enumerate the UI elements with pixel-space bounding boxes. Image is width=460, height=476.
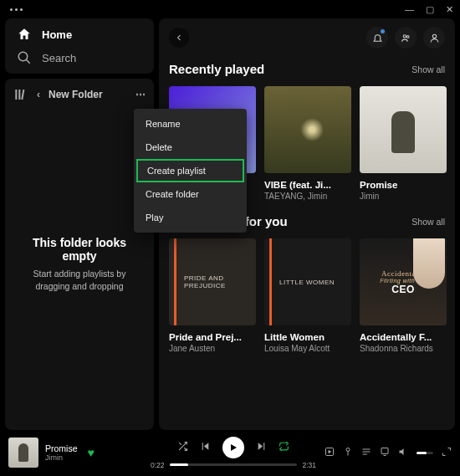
volume-bar[interactable] bbox=[417, 452, 433, 454]
svg-marker-22 bbox=[400, 448, 404, 455]
empty-subtitle: Start adding playlists by dragging and d… bbox=[18, 268, 141, 292]
card-pride[interactable]: PRIDE AND PREJUDICE Pride and Prej... Ja… bbox=[169, 238, 256, 353]
friends-button[interactable] bbox=[395, 27, 417, 49]
ctx-create-playlist[interactable]: Create playlist bbox=[136, 159, 244, 182]
fullscreen-button[interactable] bbox=[442, 447, 452, 458]
time-elapsed: 0:22 bbox=[151, 461, 165, 469]
lyrics-button[interactable] bbox=[343, 447, 353, 458]
cover-promise bbox=[360, 86, 447, 173]
now-playing-cover[interactable] bbox=[8, 438, 38, 468]
section-recent-showall[interactable]: Show all bbox=[411, 64, 445, 74]
progress-bar[interactable] bbox=[170, 463, 298, 466]
now-playing-title[interactable]: Promise bbox=[45, 443, 78, 453]
library-icon[interactable] bbox=[13, 87, 28, 102]
notification-dot bbox=[381, 29, 385, 33]
card-littlewomen[interactable]: LITTLE WOMEN Little Women Louisa May Alc… bbox=[264, 238, 351, 353]
cover-vibe bbox=[264, 86, 351, 173]
ctx-delete[interactable]: Delete bbox=[134, 136, 247, 159]
like-button[interactable]: ♥ bbox=[88, 446, 95, 459]
now-playing-artist[interactable]: Jimin bbox=[45, 453, 78, 462]
svg-rect-3 bbox=[18, 90, 20, 100]
app-menu-dots[interactable] bbox=[7, 8, 23, 11]
svg-point-15 bbox=[346, 448, 350, 452]
back-button[interactable] bbox=[169, 28, 189, 48]
svg-rect-12 bbox=[263, 443, 264, 450]
cover-littlewomen: LITTLE WOMEN bbox=[264, 238, 351, 325]
next-button[interactable] bbox=[256, 441, 267, 454]
search-icon bbox=[17, 50, 32, 65]
card-subtitle: Louisa May Alcott bbox=[264, 344, 351, 353]
svg-point-5 bbox=[403, 34, 406, 37]
card-title: Little Women bbox=[264, 332, 351, 342]
card-title: VIBE (feat. Ji... bbox=[264, 180, 351, 190]
card-title: Promise bbox=[360, 180, 447, 190]
maximize-button[interactable]: ▢ bbox=[426, 4, 434, 15]
card-vibe[interactable]: VIBE (feat. Ji... TAEYANG, Jimin bbox=[264, 86, 351, 201]
minimize-button[interactable]: — bbox=[405, 4, 414, 14]
card-title: Accidentally F... bbox=[360, 332, 447, 342]
previous-button[interactable] bbox=[200, 441, 211, 454]
shuffle-button[interactable] bbox=[177, 441, 188, 454]
svg-rect-2 bbox=[15, 90, 17, 100]
svg-rect-9 bbox=[202, 443, 203, 450]
player-bar: Promise Jimin ♥ 0:22 2:31 bbox=[0, 430, 460, 475]
ctx-play[interactable]: Play bbox=[134, 206, 247, 229]
section-audiobooks-showall[interactable]: Show all bbox=[411, 217, 445, 227]
svg-marker-11 bbox=[258, 443, 263, 450]
nav-search[interactable]: Search bbox=[17, 50, 142, 65]
profile-button[interactable] bbox=[423, 27, 445, 49]
notifications-button[interactable] bbox=[366, 27, 388, 49]
svg-point-7 bbox=[432, 34, 436, 38]
svg-line-1 bbox=[26, 59, 30, 64]
volume-button[interactable] bbox=[398, 447, 408, 458]
section-recent-title[interactable]: Recently played bbox=[169, 62, 264, 76]
ctx-create-folder[interactable]: Create folder bbox=[134, 182, 247, 206]
svg-marker-8 bbox=[204, 443, 208, 450]
folder-title[interactable]: New Folder bbox=[49, 89, 103, 100]
home-icon bbox=[17, 27, 32, 42]
context-menu: Rename Delete Create playlist Create fol… bbox=[134, 109, 247, 233]
svg-marker-14 bbox=[329, 451, 331, 453]
card-subtitle: TAEYANG, Jimin bbox=[264, 192, 351, 201]
now-playing-view-button[interactable] bbox=[325, 447, 335, 458]
svg-marker-10 bbox=[231, 444, 237, 451]
repeat-button[interactable] bbox=[279, 441, 289, 454]
nav-home-label: Home bbox=[42, 28, 72, 41]
ctx-rename[interactable]: Rename bbox=[134, 112, 247, 136]
close-button[interactable]: ✕ bbox=[446, 4, 453, 15]
card-subtitle: Jane Austen bbox=[169, 344, 256, 353]
folder-more-icon[interactable]: ⋯ bbox=[135, 89, 146, 100]
cover-pride: PRIDE AND PREJUDICE bbox=[169, 238, 256, 325]
svg-point-0 bbox=[18, 52, 28, 61]
time-duration: 2:31 bbox=[302, 461, 316, 469]
card-promise[interactable]: Promise Jimin bbox=[360, 86, 447, 201]
card-subtitle: Shadonna Richards bbox=[360, 344, 447, 353]
svg-rect-4 bbox=[21, 90, 24, 100]
devices-button[interactable] bbox=[380, 447, 390, 458]
cover-ceo: Accidentally Flirting with the CEO bbox=[360, 238, 447, 325]
play-button[interactable] bbox=[222, 437, 244, 458]
nav-search-label: Search bbox=[42, 52, 76, 64]
svg-point-6 bbox=[406, 35, 409, 38]
card-ceo[interactable]: Accidentally Flirting with the CEO Accid… bbox=[360, 238, 447, 353]
nav-home[interactable]: Home bbox=[17, 27, 142, 42]
svg-rect-20 bbox=[381, 448, 388, 454]
folder-back-icon[interactable]: ‹ bbox=[37, 89, 40, 100]
card-subtitle: Jimin bbox=[360, 192, 447, 201]
queue-button[interactable] bbox=[361, 447, 371, 458]
empty-title: This folder looks empty bbox=[18, 236, 141, 263]
card-title: Pride and Prej... bbox=[169, 332, 256, 342]
